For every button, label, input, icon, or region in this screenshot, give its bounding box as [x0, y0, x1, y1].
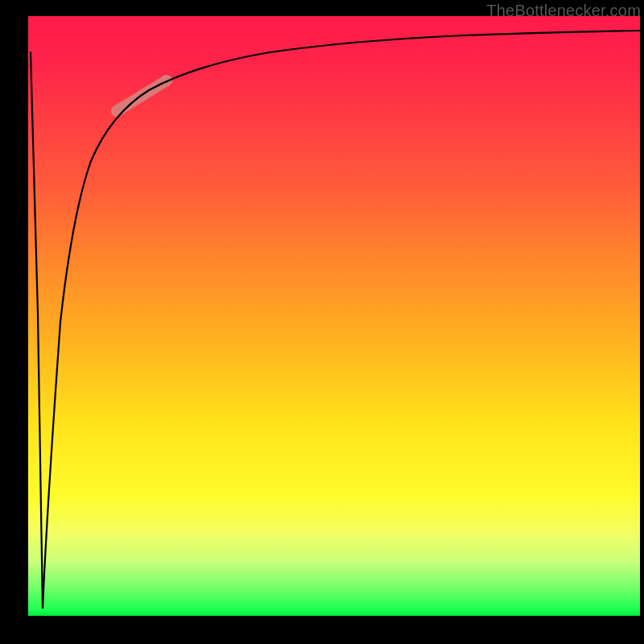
- bottleneck-chart: TheBottlenecker.com: [0, 0, 644, 644]
- watermark-text: TheBottlenecker.com: [486, 2, 641, 20]
- plot-area: [28, 16, 640, 616]
- curve-layer: [28, 16, 640, 616]
- bottleneck-curve: [31, 31, 640, 609]
